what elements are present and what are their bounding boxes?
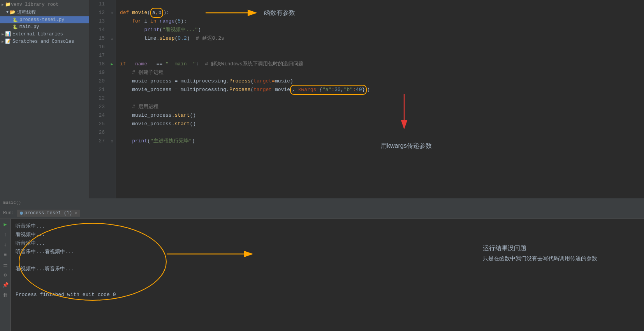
- run-output: 听音乐中... 看视频中... 听音乐中... 听音乐中...看视频中... 看…: [11, 219, 644, 331]
- code-line-27: print("主进程执行完毕"): [120, 137, 644, 145]
- fold-icon-15[interactable]: ⊡: [111, 37, 113, 41]
- folder-icon: 📁: [5, 2, 11, 7]
- folder-icon2: 📂: [10, 9, 16, 15]
- expand-arrow-icon4: ▶: [2, 39, 4, 44]
- run-ok-label: 运行结果没问题: [483, 244, 597, 253]
- output-line-9: Process finished with exit code 0: [16, 291, 639, 299]
- run-ok-sub-label: 只是在函数中我们没有去写代码调用传递的参数: [483, 254, 597, 263]
- run-button[interactable]: ▶: [2, 221, 9, 228]
- code-line-19: # 创建子进程: [120, 68, 644, 77]
- sidebar: ▶ 📁 venv library root ▼ 📂 进程线程 🐍 process…: [0, 0, 90, 198]
- bottom-status-bar: music(): [0, 198, 644, 207]
- sidebar-item-process-tese1[interactable]: 🐍 process-tese1.py: [0, 16, 89, 23]
- sidebar-item-scratches[interactable]: ▶ 📝 Scratches and Consoles: [0, 38, 89, 45]
- sidebar-label-venv: venv library root: [11, 2, 58, 7]
- expand-arrow-icon3: ▶: [2, 32, 4, 37]
- line-numbers: 11 12 13 14 15 16 17 18 19 20 21 22 23 2…: [90, 0, 108, 198]
- run-annotation-text: 运行结果没问题 只是在函数中我们没有去写代码调用传递的参数: [483, 244, 597, 263]
- sidebar-label-folder: 进程线程: [17, 9, 36, 16]
- sidebar-item-ext-libs[interactable]: ▶ 📊 External Libraries: [0, 30, 89, 38]
- wrap-button[interactable]: ⚌: [2, 261, 9, 269]
- pin-button[interactable]: 📌: [2, 281, 9, 289]
- code-line-21: movie_process = multiprocessing.Process(…: [120, 86, 644, 94]
- run-gutter-icon[interactable]: ▶: [111, 62, 113, 67]
- code-line-24: music_process.start(): [120, 111, 644, 120]
- sidebar-item-main[interactable]: 🐍 main.py: [0, 23, 89, 30]
- sidebar-label-scratches: Scratches and Consoles: [12, 39, 74, 44]
- clear-button[interactable]: 🗑: [2, 291, 9, 299]
- lib-icon: 📊: [5, 31, 11, 37]
- run-tab-dot: [20, 212, 23, 215]
- close-tab-icon[interactable]: ✕: [74, 210, 77, 215]
- run-header: Run: process-tese1 (1) ✕: [0, 207, 644, 219]
- code-line-17: [120, 51, 644, 60]
- fold-icon-12[interactable]: ⊡: [111, 11, 113, 15]
- scroll-up-button[interactable]: ↑: [2, 231, 9, 238]
- run-body: ▶ ↑ ↓ ≡ ⚌ ⚙ 📌 🗑 听音乐中... 看视频中... 听音乐中... …: [0, 219, 644, 331]
- code-line-11: [120, 0, 644, 9]
- py-file-icon: 🐍: [12, 18, 18, 23]
- output-line-8: [16, 282, 639, 291]
- run-tab[interactable]: process-tese1 (1) ✕: [17, 210, 80, 217]
- output-line-2: 看视频中...: [16, 231, 639, 239]
- code-line-20: music_process = multiprocessing.Process(…: [120, 77, 644, 86]
- code-line-22: [120, 94, 644, 103]
- code-content[interactable]: def movie(a,b): for i in range(5): print…: [116, 0, 644, 198]
- sidebar-label-process: process-tese1.py: [19, 17, 64, 23]
- code-line-14: print("看视频中..."): [120, 26, 644, 34]
- sidebar-item-venv[interactable]: ▶ 📁 venv library root: [0, 1, 89, 8]
- code-line-23: # 启用进程: [120, 103, 644, 111]
- settings-button[interactable]: ⚙: [2, 271, 9, 279]
- output-line-7: [16, 273, 639, 282]
- code-line-16: [120, 43, 644, 51]
- code-line-15: time.sleep(0.2) # 延迟0.2s: [120, 34, 644, 43]
- run-toolbar: ▶ ↑ ↓ ≡ ⚌ ⚙ 📌 🗑: [0, 219, 11, 331]
- align-button[interactable]: ≡: [2, 251, 9, 259]
- run-panel: Run: process-tese1 (1) ✕ ▶ ↑ ↓ ≡ ⚌ ⚙ 📌 🗑…: [0, 207, 644, 331]
- code-line-12: def movie(a,b):: [120, 9, 644, 17]
- code-line-13: for i in range(5):: [120, 17, 644, 26]
- py-file-icon2: 🐍: [12, 25, 18, 30]
- run-tab-name: process-tese1 (1): [25, 210, 72, 216]
- code-line-26: [120, 128, 644, 137]
- scratch-icon: 📝: [5, 39, 11, 44]
- sidebar-label-main: main.py: [19, 24, 39, 30]
- expand-arrow-icon: ▶: [2, 2, 4, 7]
- status-text: music(): [3, 200, 21, 205]
- sidebar-item-folder-jincheng[interactable]: ▼ 📂 进程线程: [0, 8, 89, 16]
- fold-icon-27[interactable]: ⊡: [111, 139, 113, 144]
- code-line-25: movie_process.start(): [120, 120, 644, 128]
- scroll-down-button[interactable]: ↓: [2, 241, 9, 249]
- code-line-18: if __name__ == "__main__": # 解决Windows系统…: [120, 60, 644, 68]
- output-line-6: 看视频中...听音乐中...: [16, 265, 639, 273]
- output-line-1: 听音乐中...: [16, 222, 639, 231]
- editor-area: 11 12 13 14 15 16 17 18 19 20 21 22 23 2…: [90, 0, 644, 198]
- run-label: Run:: [3, 210, 14, 216]
- expand-arrow-icon2: ▼: [6, 10, 9, 14]
- sidebar-label-extlibs: External Libraries: [12, 32, 63, 37]
